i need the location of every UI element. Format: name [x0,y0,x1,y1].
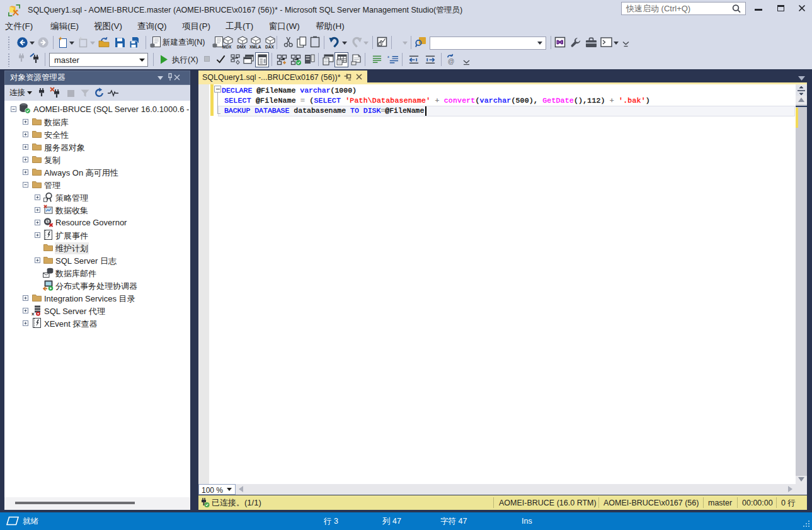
svg-text:²: ² [387,55,389,61]
svg-text:DMX: DMX [237,45,246,49]
svg-text:DAX: DAX [265,45,274,49]
svg-text:MDX: MDX [222,45,232,49]
svg-text:@: @ [448,58,455,65]
svg-text:XMLA: XMLA [249,45,261,49]
svg-text:x: x [31,311,35,317]
